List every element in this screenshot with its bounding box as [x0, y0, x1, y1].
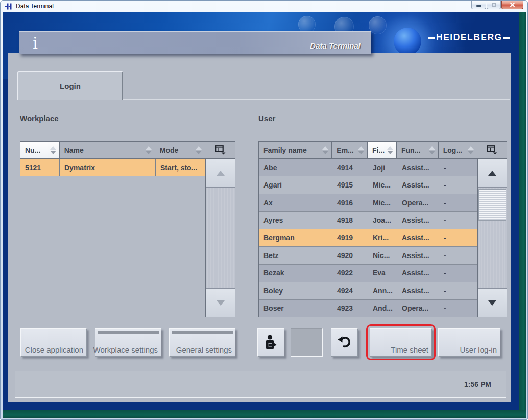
banner-title: Data Terminal — [310, 41, 361, 50]
workplace-scrollbar — [205, 159, 235, 317]
button-label: General settings — [176, 345, 232, 354]
column-label: Em... — [337, 146, 353, 154]
cell-logged: - — [439, 265, 478, 282]
cell-logged: - — [439, 176, 478, 193]
clock-label: 1:56 PM — [464, 380, 491, 388]
cell-function: Assist... — [397, 282, 439, 299]
workplace-section-label: Workplace — [20, 114, 59, 123]
column-header-family-name[interactable]: Family name — [259, 142, 332, 159]
tab-login[interactable]: Login — [17, 71, 123, 100]
user-entry-icon — [265, 335, 277, 351]
heidelberg-logo: HEIDELBERG — [428, 32, 510, 43]
cell-number: 5121 — [20, 159, 60, 176]
cell-employee: 4922 — [332, 265, 368, 282]
user-table-header: Family name Em... Fi... Fun... — [259, 142, 507, 159]
column-config-button[interactable] — [205, 142, 235, 159]
teal-edge-right — [519, 12, 526, 418]
cell-employee: 4923 — [332, 300, 368, 317]
user-row-selected[interactable]: Bergman 4919 Kri... Assist... - — [259, 229, 478, 247]
cell-family-name: Betz — [259, 247, 332, 264]
cell-logged: - — [439, 247, 478, 264]
blank-button — [291, 328, 323, 357]
column-config-button[interactable] — [477, 142, 507, 159]
minimize-button[interactable] — [471, 1, 486, 9]
column-header-function[interactable]: Fun... — [397, 142, 439, 159]
cell-first-name: And... — [368, 300, 397, 317]
scroll-up-button[interactable] — [478, 159, 507, 188]
close-window-button[interactable] — [501, 1, 523, 9]
teal-edge-bottom — [3, 410, 526, 418]
cell-first-name: Mic... — [368, 176, 397, 193]
decor-bubble — [369, 16, 387, 34]
logo-bar — [503, 37, 510, 39]
cell-family-name: Bergman — [259, 229, 332, 246]
sort-arrows-icon — [320, 146, 328, 154]
column-label: Name — [64, 146, 84, 154]
column-header-employee[interactable]: Em... — [332, 142, 368, 159]
main-panel: Login Workplace User Nu... Name — [8, 53, 511, 402]
cell-function: Assist... — [397, 265, 439, 282]
scroll-track[interactable] — [478, 188, 507, 288]
info-banner: i Data Terminal — [19, 31, 371, 54]
user-entry-button[interactable] — [257, 328, 284, 357]
cell-employee: 4918 — [332, 212, 368, 228]
arrow-down-icon — [488, 300, 496, 306]
user-row[interactable]: Boser 4923 And... Opera... - — [259, 300, 478, 317]
tab-divider — [123, 99, 510, 100]
column-header-number[interactable]: Nu... — [20, 142, 60, 159]
cell-family-name: Abe — [259, 159, 332, 176]
arrow-up-icon — [488, 171, 496, 176]
cell-family-name: Ayres — [259, 212, 332, 228]
scroll-down-button[interactable] — [478, 288, 507, 317]
workplace-row[interactable]: 5121 Dymatrix Start, sto... — [20, 159, 206, 176]
cell-logged: - — [439, 300, 478, 317]
scroll-thumb[interactable] — [478, 189, 506, 221]
user-row[interactable]: Abe 4914 Joji Assist... - — [259, 159, 478, 176]
user-row[interactable]: Agari 4915 Mic... Assist... - — [259, 176, 478, 194]
scroll-up-button[interactable] — [206, 159, 235, 188]
user-login-button[interactable]: User log-in — [438, 328, 500, 357]
undo-button[interactable] — [331, 328, 358, 357]
user-row[interactable]: Ax 4916 Mic... Opera... - — [259, 194, 478, 212]
scroll-down-button[interactable] — [206, 288, 235, 317]
cell-first-name: Eva — [368, 265, 397, 282]
cell-function: Assist... — [397, 247, 439, 264]
user-row[interactable]: Bezak 4922 Eva Assist... - — [259, 265, 478, 282]
cell-function: Opera... — [397, 194, 439, 211]
maximize-button[interactable] — [487, 1, 501, 9]
arrow-down-icon — [217, 300, 225, 306]
info-icon[interactable]: i — [33, 32, 38, 54]
user-row[interactable]: Betz 4920 Nic... Assist... - — [259, 247, 478, 264]
cell-function: Assist... — [397, 212, 439, 228]
column-label: Log... — [443, 146, 462, 154]
user-row[interactable]: Ayres 4918 Joa... Assist... - — [259, 212, 478, 229]
cell-family-name: Boley — [259, 282, 332, 299]
user-section-label: User — [258, 114, 275, 123]
column-header-logged[interactable]: Log... — [439, 142, 478, 159]
minimize-icon — [476, 5, 481, 7]
column-header-name[interactable]: Name — [60, 142, 155, 159]
cell-logged: - — [439, 282, 478, 299]
cell-first-name: Nic... — [368, 247, 397, 264]
button-label: User log-in — [460, 345, 497, 354]
column-header-first-name[interactable]: Fi... — [368, 142, 397, 159]
column-header-mode[interactable]: Mode — [155, 142, 206, 159]
window-title: Data Terminal — [16, 3, 54, 10]
workplace-settings-button[interactable]: Workplace settings — [95, 328, 161, 357]
cell-first-name: Joa... — [368, 212, 397, 228]
cell-family-name: Bezak — [259, 265, 332, 282]
sort-arrows-icon — [47, 146, 56, 154]
cell-first-name: Ann... — [368, 282, 397, 299]
scroll-track[interactable] — [206, 188, 235, 288]
workplace-table-header: Nu... Name Mode — [20, 142, 235, 159]
sort-arrows-icon — [465, 146, 474, 154]
window-controls — [471, 1, 523, 9]
user-row[interactable]: Boley 4924 Ann... Assist... - — [259, 282, 478, 299]
cell-function: Assist... — [397, 159, 439, 176]
undo-arrow-icon — [337, 336, 352, 349]
general-settings-button[interactable]: General settings — [169, 328, 235, 357]
cell-mode: Start, sto... — [156, 159, 206, 176]
close-application-button[interactable]: Close application — [20, 328, 87, 357]
status-bar: 1:56 PM — [15, 371, 506, 398]
window-titlebar: Data Terminal — [1, 1, 527, 12]
